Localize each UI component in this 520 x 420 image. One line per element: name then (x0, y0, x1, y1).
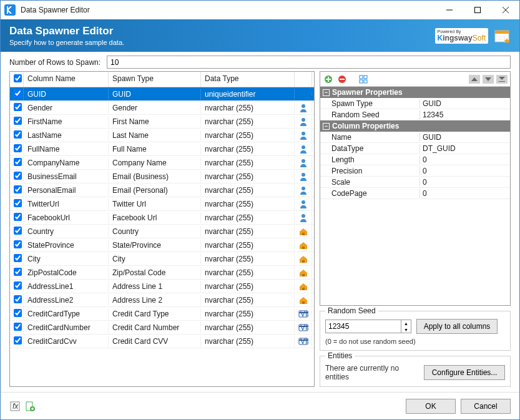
header-check-cell[interactable] (10, 72, 24, 87)
move-down-button[interactable] (483, 75, 494, 84)
table-row[interactable]: StateProvinceState/Provincenvarchar (255… (10, 238, 314, 252)
table-row[interactable]: ZipPostalCodeZip/Postal Codenvarchar (25… (10, 266, 314, 280)
prop-length[interactable]: Length0 (320, 154, 510, 165)
row-check[interactable] (14, 103, 22, 111)
seed-hint: (0 = do not use random seed) (325, 338, 505, 345)
row-check[interactable] (14, 199, 22, 207)
prop-name[interactable]: NameGUID (320, 132, 510, 143)
svg-point-18 (302, 214, 305, 218)
table-row[interactable]: CreditCardTypeCredit Card Typenvarchar (… (10, 307, 314, 321)
apply-seed-button[interactable]: Apply to all columns (416, 319, 498, 334)
header-column-name[interactable]: Column Name (24, 72, 109, 87)
svg-text:VISA: VISA (300, 338, 308, 345)
move-up-button[interactable] (469, 75, 480, 84)
row-check[interactable] (14, 117, 22, 125)
row-count-input[interactable] (107, 56, 511, 69)
row-check[interactable] (14, 295, 22, 303)
table-row[interactable]: PersonalEmailEmail (Personal)nvarchar (2… (10, 183, 314, 197)
row-check[interactable] (14, 227, 22, 235)
cell-data-type: nvarchar (255) (201, 267, 295, 278)
table-row[interactable]: AddressLine2Address Line 2nvarchar (255) (10, 293, 314, 307)
grid-header: Column Name Spawn Type Data Type (10, 72, 314, 87)
properties-panel: −Spawner Properties Spawn TypeGUID Rando… (320, 71, 511, 306)
row-check[interactable] (14, 336, 22, 344)
cell-spawn-type: Full Name (109, 144, 201, 155)
row-check[interactable] (14, 240, 22, 248)
categorize-button[interactable] (358, 74, 369, 85)
table-row[interactable]: CreditCardCvvCredit Card CVVnvarchar (25… (10, 335, 314, 348)
cell-spawn-type: GUID (109, 89, 201, 100)
header-spawn-type[interactable]: Spawn Type (109, 72, 201, 87)
prop-codepage[interactable]: CodePage0 (320, 188, 510, 199)
table-row[interactable]: BusinessEmailEmail (Business)nvarchar (2… (10, 170, 314, 183)
cell-spawn-type: Address Line 1 (109, 281, 201, 292)
maximize-button[interactable] (463, 1, 491, 19)
titlebar: Data Spawner Editor (1, 1, 519, 19)
close-button[interactable] (491, 1, 519, 19)
table-row[interactable]: GenderGendernvarchar (255) (10, 101, 314, 115)
header-data-type[interactable]: Data Type (201, 72, 295, 87)
table-row[interactable]: AddressLine1Address Line 1nvarchar (255) (10, 280, 314, 293)
cell-data-type: nvarchar (255) (201, 130, 295, 141)
cell-data-type: uniqueidentifier (201, 89, 295, 100)
move-bottom-button[interactable] (496, 75, 508, 84)
document-icon[interactable] (24, 401, 36, 412)
cancel-button[interactable]: Cancel (461, 399, 511, 414)
category-column[interactable]: −Column Properties (320, 120, 510, 132)
row-type-icon (295, 253, 312, 265)
configure-entities-button[interactable]: Configure Entities... (424, 365, 505, 380)
category-spawner[interactable]: −Spawner Properties (320, 87, 510, 98)
cell-data-type: nvarchar (255) (201, 157, 295, 168)
row-check[interactable] (14, 89, 22, 97)
cell-spawn-type: Twitter Url (109, 198, 201, 210)
row-check[interactable] (14, 213, 22, 221)
row-type-icon: VISA (295, 336, 312, 346)
select-all-check[interactable] (14, 74, 22, 82)
table-row[interactable]: GUIDGUIDuniqueidentifier (10, 87, 314, 101)
cell-spawn-type: Gender (109, 102, 201, 114)
row-count-row: Number of Rows to Spawn: (1, 52, 519, 71)
svg-rect-41 (360, 80, 363, 83)
row-check[interactable] (14, 185, 22, 193)
seed-spinner[interactable]: ▲▼ (325, 320, 411, 333)
table-row[interactable]: CompanyNameCompany Namenvarchar (255) (10, 156, 314, 170)
table-row[interactable]: CreditCardNumberCredit Card Numbernvarch… (10, 321, 314, 335)
cell-spawn-type: Credit Card Type (109, 308, 201, 320)
row-check[interactable] (14, 172, 22, 180)
prop-datatype[interactable]: DataTypeDT_GUID (320, 143, 510, 154)
cell-column-name: FacebookUrl (24, 212, 109, 223)
seed-input[interactable] (326, 320, 401, 333)
cell-spawn-type: Credit Card CVV (109, 336, 201, 347)
minimize-button[interactable] (435, 1, 463, 19)
table-row[interactable]: CountryCountrynvarchar (255) (10, 225, 314, 238)
add-button[interactable] (323, 74, 334, 85)
seed-legend: Random Seed (325, 306, 378, 315)
ok-button[interactable]: OK (406, 399, 456, 414)
prop-random-seed[interactable]: Random Seed12345 (320, 109, 510, 120)
row-check[interactable] (14, 323, 22, 331)
row-check[interactable] (14, 268, 22, 276)
table-row[interactable]: FullNameFull Namenvarchar (255) (10, 142, 314, 156)
prop-scale[interactable]: Scale0 (320, 177, 510, 188)
table-row[interactable]: FacebookUrlFacebook Urlnvarchar (255) (10, 211, 314, 225)
expression-icon[interactable]: fx (9, 401, 21, 412)
row-check[interactable] (14, 281, 22, 290)
seed-down-button[interactable]: ▼ (401, 326, 411, 333)
table-row[interactable]: LastNameLast Namenvarchar (255) (10, 129, 314, 142)
remove-button[interactable] (336, 74, 348, 85)
cell-column-name: Gender (24, 102, 109, 114)
prop-precision[interactable]: Precision0 (320, 165, 510, 177)
row-check[interactable] (14, 309, 22, 317)
row-check[interactable] (14, 144, 22, 152)
prop-spawn-type[interactable]: Spawn TypeGUID (320, 98, 510, 109)
entities-group: Entities There are currently no entities… (320, 356, 511, 387)
row-check[interactable] (14, 158, 22, 166)
table-row[interactable]: TwitterUrlTwitter Urlnvarchar (255) (10, 197, 314, 211)
svg-text:fx: fx (12, 402, 19, 411)
seed-up-button[interactable]: ▲ (401, 320, 411, 326)
table-row[interactable]: FirstNameFirst Namenvarchar (255) (10, 115, 314, 129)
table-row[interactable]: CityCitynvarchar (255) (10, 252, 314, 266)
row-check[interactable] (14, 130, 22, 139)
row-check[interactable] (14, 254, 22, 262)
cell-data-type: nvarchar (255) (201, 322, 295, 333)
